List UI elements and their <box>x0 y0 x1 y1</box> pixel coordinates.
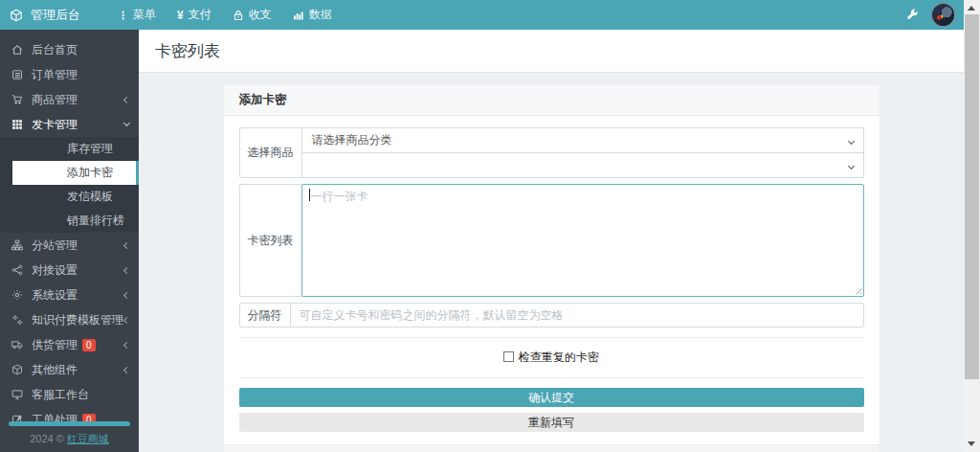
nav-item-label: 收支 <box>249 7 272 23</box>
panel-note: 注意：卡密格式：卡号+空格+密码，一行一张卡，如：ABCDEFG 1234567… <box>224 444 880 452</box>
grid-icon <box>10 119 24 130</box>
chevron-down-icon <box>847 138 854 145</box>
sidebar-item-sales-ranking[interactable]: 销量排行榜 <box>0 209 139 233</box>
sidebar-item-system-settings[interactable]: 系统设置 <box>0 282 139 307</box>
scroll-down-arrow-icon[interactable] <box>968 441 975 446</box>
sitemap-icon <box>10 239 24 251</box>
sidebar-item-ticket[interactable]: 工单处理 0 <box>0 407 139 421</box>
card-list-label: 卡密列表 <box>239 184 302 297</box>
truck-icon <box>10 339 24 350</box>
topbar-right <box>906 3 964 27</box>
category-select[interactable]: 请选择商品分类 <box>301 127 864 153</box>
sidebar-item-label: 工单处理 <box>32 412 78 422</box>
home-icon <box>10 44 24 56</box>
window-scrollbar-thumb[interactable] <box>965 14 979 379</box>
sidebar-item-products[interactable]: 商品管理 <box>0 87 139 112</box>
card-list-textarea[interactable] <box>301 184 864 297</box>
product-select-group: 选择商品 请选择商品分类 <box>239 127 864 178</box>
chevron-left-icon <box>123 241 130 248</box>
panel-header: 添加卡密 <box>224 85 880 116</box>
sidebar-item-label: 知识付费模板管理 <box>32 312 123 328</box>
divider <box>239 337 864 338</box>
sidebar-item-mail-template[interactable]: 发信模板 <box>0 185 139 209</box>
sidebar-item-other-components[interactable]: 其他组件 <box>0 357 139 382</box>
cube-logo-icon <box>10 9 23 22</box>
yen-icon: ¥ <box>177 9 184 22</box>
top-menu: 菜单 ¥ 支付 收支 数据 <box>107 0 343 30</box>
sidebar-item-card-issuing[interactable]: 发卡管理 <box>0 112 139 137</box>
sidebar-item-knowledge-template[interactable]: 知识付费模板管理 <box>0 307 139 332</box>
sidebar-item-inventory[interactable]: 库存管理 <box>0 137 139 161</box>
sidebar-item-label: 客服工作台 <box>32 387 89 403</box>
chevron-left-icon <box>123 316 130 323</box>
sidebar-item-label: 供货管理 <box>32 337 78 353</box>
orders-icon <box>10 69 24 80</box>
gears-icon <box>10 314 24 326</box>
select-stack: 请选择商品分类 <box>301 127 864 178</box>
chart-icon <box>293 10 304 21</box>
sidebar-item-orders[interactable]: 订单管理 <box>0 62 139 87</box>
separator-input[interactable] <box>290 303 864 328</box>
sidebar-subitem-label: 发信模板 <box>67 189 113 205</box>
chevron-left-icon <box>123 266 130 273</box>
share-icon <box>10 264 24 276</box>
nav-item-income[interactable]: 收支 <box>222 0 282 30</box>
product-group-label: 选择商品 <box>239 127 302 178</box>
brand-title: 管理后台 <box>31 7 80 24</box>
sidebar-subitem-label: 销量排行榜 <box>67 213 124 229</box>
lock-icon <box>233 10 244 21</box>
nav-item-data[interactable]: 数据 <box>282 0 343 30</box>
sidebar-footer: 2024 © 红豆商城 <box>0 432 139 446</box>
add-card-panel: 添加卡密 选择商品 请选择商品分类 卡密列表 <box>224 85 880 452</box>
nav-item-pay[interactable]: ¥ 支付 <box>167 0 222 30</box>
divider <box>239 377 864 378</box>
nav-item-label: 菜单 <box>133 7 156 23</box>
cart-icon <box>10 94 24 105</box>
chevron-left-icon <box>123 96 130 102</box>
reset-button[interactable]: 重新填写 <box>239 413 864 432</box>
ticket-icon <box>10 414 24 421</box>
nav-item-label: 数据 <box>309 7 332 23</box>
chevron-left-icon <box>123 341 130 348</box>
shop-link[interactable]: 红豆商城 <box>67 433 109 444</box>
nav-item-menu[interactable]: 菜单 <box>107 0 167 30</box>
window-scrollbar <box>964 0 980 452</box>
user-avatar[interactable] <box>931 3 955 27</box>
sidebar-item-supply[interactable]: 供货管理 0 <box>0 332 139 357</box>
nav-item-label: 支付 <box>189 7 212 23</box>
sidebar-item-support-workbench[interactable]: 客服工作台 <box>0 382 139 407</box>
duplicate-check-row: 检查重复的卡密 <box>239 348 864 368</box>
duplicate-checkbox[interactable] <box>503 351 514 362</box>
sidebar-item-integration[interactable]: 对接设置 <box>0 258 139 282</box>
sidebar-item-label: 系统设置 <box>32 287 78 304</box>
brand[interactable]: 管理后台 <box>0 0 90 30</box>
sidebar-subitem-label: 添加卡密 <box>67 165 113 181</box>
sidebar-item-label: 商品管理 <box>32 92 78 108</box>
chevron-down-icon <box>847 163 854 170</box>
card-issuing-submenu: 库存管理 添加卡密 发信模板 销量排行榜 <box>0 137 139 233</box>
chevron-left-icon <box>123 366 130 373</box>
page-title: 卡密列表 <box>155 40 220 62</box>
sidebar-item-label: 后台首页 <box>32 42 78 58</box>
gear-icon <box>10 289 24 301</box>
copyright-text: 2024 © <box>30 433 64 444</box>
sidebar-item-label: 发卡管理 <box>32 117 78 133</box>
chevron-left-icon <box>123 291 130 298</box>
submit-button[interactable]: 确认提交 <box>239 388 864 407</box>
scroll-up-arrow-icon[interactable] <box>968 6 975 11</box>
sidebar-item-label: 订单管理 <box>32 67 78 83</box>
chevron-down-icon <box>123 120 130 126</box>
sidebar-item-label: 对接设置 <box>32 262 78 279</box>
product-select[interactable] <box>301 152 864 178</box>
wrench-icon[interactable] <box>906 9 919 21</box>
count-badge: 0 <box>82 339 96 351</box>
top-navbar: 管理后台 菜单 ¥ 支付 收支 数据 <box>0 0 964 30</box>
sidebar-item-add-card[interactable]: 添加卡密 <box>12 161 139 185</box>
duplicate-checkbox-label[interactable]: 检查重复的卡密 <box>519 350 599 364</box>
text-cursor <box>309 189 310 201</box>
sidebar-scrollbar-thumb[interactable] <box>9 421 130 426</box>
sidebar-item-substation[interactable]: 分站管理 <box>0 233 139 258</box>
separator-label: 分隔符 <box>239 303 291 328</box>
menu-icon <box>118 10 128 21</box>
sidebar-item-dashboard[interactable]: 后台首页 <box>0 37 139 62</box>
